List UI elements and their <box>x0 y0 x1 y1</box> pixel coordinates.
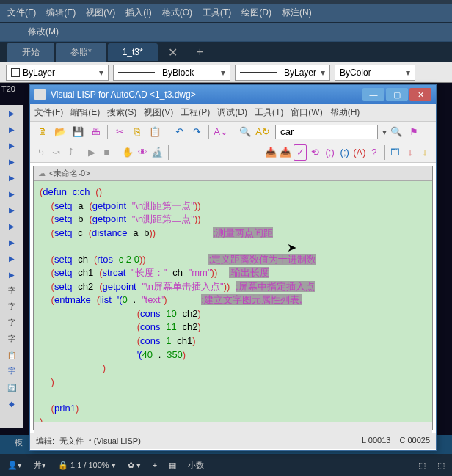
person-icon[interactable]: 👤▾ <box>4 459 25 472</box>
sb-item[interactable]: ▶ <box>0 186 23 202</box>
status-icon[interactable]: ⬚ <box>434 459 448 472</box>
status-icon[interactable]: ⬚ <box>415 459 429 472</box>
sb-item[interactable]: 字 <box>0 299 23 315</box>
vmenu-project[interactable]: 工程(P) <box>181 106 210 119</box>
save-icon[interactable]: 💾 <box>70 124 86 140</box>
sb-item[interactable]: 🔄 <box>0 379 23 395</box>
line-sample-icon <box>118 72 155 73</box>
load-icon[interactable]: 📥 <box>264 144 277 161</box>
sb-item[interactable]: ▶ <box>0 137 23 153</box>
sb-item[interactable]: ▶ <box>0 153 23 169</box>
redo-icon[interactable]: ↷ <box>189 124 205 140</box>
linetype-name: ByBlock <box>162 67 194 78</box>
sb-item[interactable]: ▶ <box>0 250 23 266</box>
cut-icon[interactable]: ✂ <box>112 124 128 140</box>
menu-draw[interactable]: 绘图(D) <box>241 7 271 19</box>
bookmark-icon[interactable]: ⚑ <box>406 124 422 140</box>
sb-item[interactable]: ▶ <box>0 121 23 137</box>
find-icon[interactable]: 🔍 <box>237 124 253 140</box>
grid-icon[interactable]: ▦ <box>166 459 179 472</box>
continue-icon[interactable]: ▶ <box>85 144 98 161</box>
tab-ref[interactable]: 参照* <box>56 43 106 62</box>
maximize-button[interactable]: ▢ <box>386 88 408 101</box>
sb-item[interactable]: ▶ <box>0 202 23 218</box>
vlisp-app-icon <box>34 89 46 100</box>
find-again-icon[interactable]: 🔍 <box>388 124 404 140</box>
menu-file[interactable]: 文件(F) <box>7 7 36 19</box>
sb-item[interactable]: 字 <box>0 331 23 347</box>
sb-item[interactable]: 字 <box>0 282 23 299</box>
sb-item[interactable]: ▶ <box>0 169 23 186</box>
lineweight-name: ByLayer <box>284 67 316 78</box>
sb-item[interactable]: 字 <box>0 315 23 331</box>
paren-icon[interactable]: (A) <box>353 144 366 161</box>
paste-icon[interactable]: 📋 <box>147 124 163 140</box>
down2-icon[interactable]: ↓ <box>418 144 431 161</box>
sb-item[interactable]: 字 <box>0 363 23 379</box>
vmenu-file[interactable]: 文件(F) <box>34 106 63 119</box>
search-input[interactable] <box>275 125 378 139</box>
step-out-icon[interactable]: ⤴ <box>64 144 77 161</box>
menu-edit[interactable]: 编辑(E) <box>46 7 76 19</box>
copy-icon[interactable]: ⎘ <box>129 124 145 140</box>
color-box[interactable]: ByColor ▾ <box>335 65 415 81</box>
bp-icon[interactable]: ✋ <box>121 144 134 161</box>
linetype-box[interactable]: ByBlock ▾ <box>113 65 230 81</box>
layer-box[interactable]: ByLayer ▾ <box>6 65 109 81</box>
sb-item[interactable]: ▶ <box>0 105 23 121</box>
sb-item[interactable]: ◆ <box>0 395 23 411</box>
mode-status[interactable]: 小数 <box>185 458 207 472</box>
vmenu-debug[interactable]: 调试(D) <box>217 106 247 119</box>
inspect-icon[interactable]: 🔬 <box>150 144 164 161</box>
osmode-icon[interactable]: 丼▾ <box>31 458 49 472</box>
print-icon[interactable]: 🖶 <box>87 124 103 140</box>
close-button[interactable]: ✕ <box>409 88 431 101</box>
down1-icon[interactable]: ↓ <box>404 144 417 161</box>
code-editor[interactable]: (defun c:ch () (setq a (getpoint "\n测距第一… <box>34 181 432 422</box>
step-in-icon[interactable]: ⤷ <box>34 144 48 161</box>
sb-item[interactable]: ▶ <box>0 234 23 250</box>
vmenu-window[interactable]: 窗口(W) <box>291 106 322 119</box>
complete-icon[interactable]: A⌄ <box>213 124 229 140</box>
menu-insert[interactable]: 插入(I) <box>125 7 151 19</box>
layout-tab[interactable]: 模 <box>6 436 32 454</box>
acad-icon[interactable]: 🗔 <box>389 144 402 161</box>
vlisp-titlebar[interactable]: Visual LISP for AutoCAD <1_t3.dwg> — ▢ ✕ <box>30 85 436 104</box>
help-icon[interactable]: ? <box>368 144 381 161</box>
vmenu-tools[interactable]: 工具(T) <box>255 106 283 119</box>
sb-item[interactable]: 📋 <box>0 347 23 363</box>
menu-dim[interactable]: 标注(N) <box>282 7 312 19</box>
lineweight-box[interactable]: ByLayer ▾ <box>235 65 330 81</box>
step-over-icon[interactable]: ⤻ <box>49 144 62 161</box>
menu-view[interactable]: 视图(V) <box>86 7 115 19</box>
open-icon[interactable]: 📂 <box>52 124 68 140</box>
add-icon[interactable]: + <box>150 459 160 471</box>
new-icon[interactable]: 🗎 <box>34 124 51 140</box>
scale-status[interactable]: 🔒 1:1 / 100% ▾ <box>55 459 119 472</box>
watch-icon[interactable]: 👁 <box>136 144 149 161</box>
tab-add[interactable]: + <box>188 45 212 59</box>
vmenu-search[interactable]: 搜索(S) <box>107 106 136 119</box>
replace-icon[interactable]: A↻ <box>255 124 271 140</box>
menu-format[interactable]: 格式(O) <box>162 7 192 19</box>
format-icon[interactable]: ⟲ <box>308 144 321 161</box>
load-sel-icon[interactable]: 📥 <box>279 144 292 161</box>
tab-1t3[interactable]: 1_t3* <box>108 43 158 61</box>
menu-tools[interactable]: 工具(T) <box>203 7 231 19</box>
vmenu-view[interactable]: 视图(V) <box>144 106 173 119</box>
sb-item[interactable]: ▶ <box>0 266 23 282</box>
vmenu-edit[interactable]: 编辑(E) <box>70 106 100 119</box>
comment-icon[interactable]: (;) <box>324 144 337 161</box>
vmenu-help[interactable]: 帮助(H) <box>330 106 360 119</box>
tab-start[interactable]: 开始 <box>7 43 54 62</box>
undo-icon[interactable]: ↶ <box>171 124 187 140</box>
gear-icon[interactable]: ✿ ▾ <box>125 459 144 472</box>
tab-new[interactable]: ✕ <box>159 45 186 59</box>
quit-icon[interactable]: ■ <box>100 144 113 161</box>
menu-modify[interactable]: 修改(M) <box>28 26 59 37</box>
h-scrollbar[interactable] <box>34 422 432 433</box>
sb-item[interactable]: ▶ <box>0 218 23 234</box>
check-icon[interactable]: ✓ <box>294 144 307 161</box>
minimize-button[interactable]: — <box>362 88 384 101</box>
uncomment-icon[interactable]: (;) <box>338 144 351 161</box>
